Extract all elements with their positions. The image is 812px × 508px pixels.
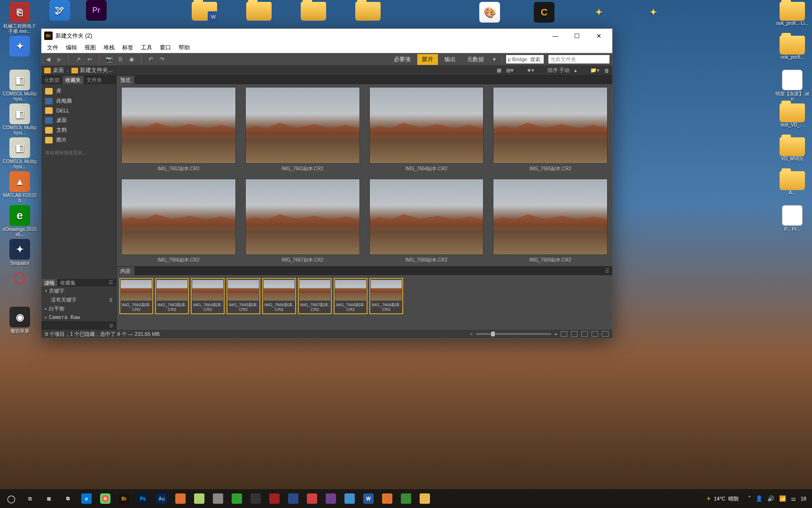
desktop-folder[interactable]: VD_MVEE: [774, 135, 811, 169]
strip-image[interactable]: [156, 280, 187, 301]
menu-file[interactable]: 文件: [43, 43, 62, 53]
panel-menu-icon[interactable]: ☰: [106, 279, 116, 286]
thumbnail[interactable]: IMG_7663副本.CR2: [245, 87, 360, 172]
trash-icon[interactable]: 🗑: [604, 68, 609, 73]
thumbnail-image[interactable]: [245, 87, 360, 164]
workspace-filmstrip[interactable]: 胶片: [417, 54, 438, 65]
taskbar-app[interactable]: [265, 489, 284, 508]
thumbnail-image[interactable]: [369, 87, 484, 164]
output-icon[interactable]: ◉: [128, 56, 135, 63]
tray-wifi-icon[interactable]: ⚍: [791, 495, 796, 502]
taskbar-app[interactable]: [284, 489, 303, 508]
tray-people-icon[interactable]: 👤: [756, 495, 763, 502]
thumb-larger-icon[interactable]: ▪: [555, 331, 557, 337]
desktop-icon[interactable]: ◉傲软录屏: [1, 305, 38, 339]
strip-thumbnail[interactable]: IMG_7669副本.CR2: [369, 278, 403, 314]
view-grid-icon[interactable]: [571, 331, 578, 337]
thumbnail[interactable]: IMG_7669副本.CR2: [493, 179, 608, 264]
taskbar-app[interactable]: [340, 489, 359, 508]
taskbar-app[interactable]: [209, 489, 227, 508]
fav-dell[interactable]: DELL: [41, 106, 116, 115]
tab-metadata[interactable]: 元数据: [41, 76, 62, 84]
new-folder-icon[interactable]: 📁▾: [590, 67, 600, 73]
filter-whitebalance[interactable]: ▸白平衡: [41, 304, 116, 313]
taskbar-app[interactable]: Au: [152, 489, 171, 508]
desktop-icon[interactable]: ✦: [635, 0, 671, 34]
taskbar-app[interactable]: Br: [115, 489, 133, 508]
thumbnail[interactable]: IMG_7665副本.CR2: [493, 87, 608, 172]
preview-grid[interactable]: IMG_7662副本.CR2IMG_7663副本.CR2IMG_7664副本.C…: [117, 84, 612, 266]
strip-thumbnail[interactable]: IMG_7666副本.CR2: [262, 278, 296, 314]
fav-pictures[interactable]: 图片: [41, 135, 116, 145]
view-details-icon[interactable]: [592, 331, 598, 337]
tab-folders[interactable]: 文件夹: [84, 76, 105, 84]
rotate-ccw-icon[interactable]: ↶: [147, 56, 155, 63]
workspace-more-icon[interactable]: ▾: [491, 56, 498, 63]
thumbnail-image[interactable]: [245, 179, 360, 255]
view-thumb-icon[interactable]: [581, 331, 588, 337]
thumbnail-image[interactable]: [493, 179, 608, 255]
minimize-button[interactable]: —: [545, 29, 566, 43]
taskbar-app[interactable]: ⧉: [58, 489, 77, 508]
strip-image[interactable]: [299, 280, 330, 301]
back-icon[interactable]: ◀: [44, 56, 52, 63]
desktop-folder[interactable]: ook_profi...: [774, 34, 811, 68]
strip-image[interactable]: [228, 280, 259, 301]
workspace-metadata[interactable]: 元数据: [462, 54, 489, 65]
taskbar-app[interactable]: [171, 489, 190, 508]
panel-menu-icon[interactable]: ☰: [602, 267, 612, 275]
thumbnail[interactable]: IMG_7662副本.CR2: [121, 87, 236, 172]
desktop-icon-premiere[interactable]: Pr: [78, 0, 115, 22]
fav-library[interactable]: 库: [41, 86, 116, 96]
sort-label[interactable]: 排序 手动: [547, 67, 570, 74]
desktop-icon[interactable]: 🕊: [41, 0, 78, 22]
strip-image[interactable]: [371, 280, 402, 301]
workspace-output[interactable]: 输出: [440, 54, 461, 65]
menu-edit[interactable]: 编辑: [62, 43, 81, 53]
taskbar-app[interactable]: ⊞: [39, 489, 58, 508]
tab-collections[interactable]: 收藏集: [57, 279, 78, 286]
desktop-folder[interactable]: test_VD_...: [774, 102, 811, 135]
fav-documents[interactable]: 文档: [41, 125, 116, 135]
thumbnail-image[interactable]: [493, 87, 608, 164]
menu-label[interactable]: 标签: [118, 43, 137, 53]
clock[interactable]: 18: [801, 496, 806, 501]
fav-computer[interactable]: 此电脑: [41, 96, 116, 106]
strip-thumbnail[interactable]: IMG_7662副本.CR2: [119, 278, 153, 314]
taskbar-app[interactable]: [397, 489, 415, 508]
strip-image[interactable]: [335, 280, 366, 301]
refine-icon[interactable]: ⎘: [117, 56, 124, 63]
tab-preview[interactable]: 预览: [117, 76, 134, 84]
path-folder[interactable]: 新建文件夹...: [80, 66, 113, 74]
strip-thumbnail[interactable]: IMG_7668副本.CR2: [334, 278, 367, 314]
thumbnail-size-slider[interactable]: [476, 333, 551, 335]
desktop-icon[interactable]: ✦: [1, 34, 38, 68]
thumbnail[interactable]: IMG_7667副本.CR2: [245, 179, 360, 264]
strip-image[interactable]: [121, 280, 152, 301]
thumbnail[interactable]: IMG_7666副本.CR2: [121, 179, 236, 264]
desktop-icon[interactable]: ✦Sequator: [1, 237, 38, 271]
filter-keywords[interactable]: ▾关键字: [41, 286, 116, 295]
titlebar[interactable]: Br 新建文件夹 (2) — ☐ ✕: [41, 29, 612, 43]
strip-image[interactable]: [264, 280, 295, 301]
path-desktop[interactable]: 桌面: [53, 66, 64, 74]
tab-filter[interactable]: 滤镜: [41, 279, 57, 286]
taskbar-app[interactable]: [246, 489, 265, 508]
taskbar-app[interactable]: [96, 489, 115, 508]
taskbar-app[interactable]: [378, 489, 397, 508]
thumbnail-image[interactable]: [369, 179, 484, 255]
strip-thumbnail[interactable]: IMG_7667副本.CR2: [298, 278, 332, 314]
menu-help[interactable]: 帮助: [175, 43, 194, 53]
desktop-icon[interactable]: ◧COMSOL Multiphysi...: [1, 102, 38, 135]
desktop-icon[interactable]: [1, 271, 38, 305]
maximize-button[interactable]: ☐: [566, 29, 588, 43]
taskbar-app[interactable]: [227, 489, 246, 508]
strip-thumbnail[interactable]: IMG_7664副本.CR2: [191, 278, 225, 314]
rotate-cw-icon[interactable]: ↷: [158, 56, 166, 63]
taskbar-app[interactable]: Ps: [133, 489, 152, 508]
taskbar-app[interactable]: e: [77, 489, 96, 508]
menu-stacks[interactable]: 堆栈: [100, 43, 118, 53]
search-input[interactable]: 当前文件夹: [548, 55, 609, 64]
thumbnail-image[interactable]: [121, 87, 236, 164]
desktop-icon[interactable]: ▲MATLAB R2020b: [1, 169, 38, 203]
